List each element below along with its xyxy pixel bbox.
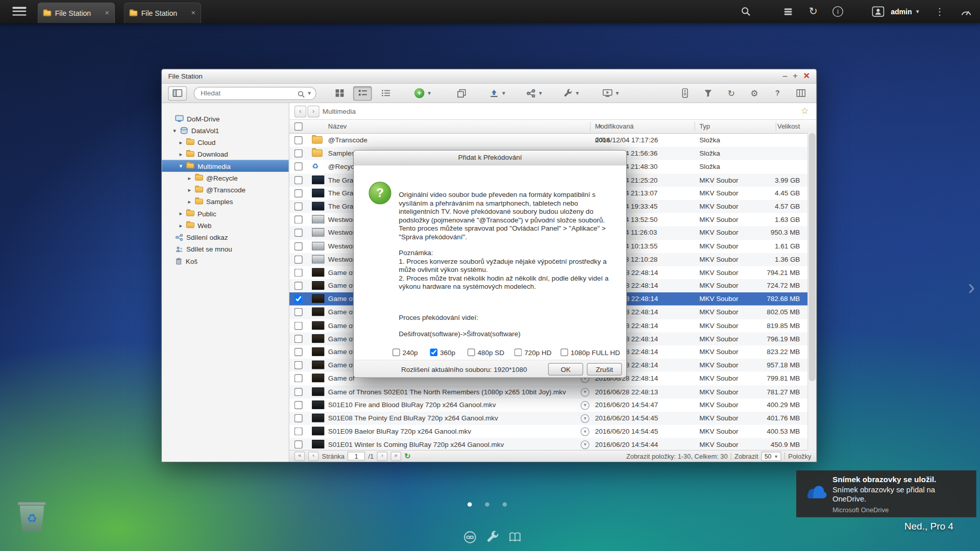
row-checkbox[interactable]: [295, 335, 303, 343]
window-titlebar[interactable]: File Station – + ✕: [162, 69, 816, 84]
row-checkbox[interactable]: [295, 308, 303, 316]
row-checkbox[interactable]: [295, 295, 303, 303]
row-checkbox[interactable]: [295, 176, 303, 184]
view-list-button[interactable]: [353, 86, 372, 100]
resolution-option[interactable]: 720p HD: [514, 348, 552, 356]
page-size-select[interactable]: 50 ▼: [762, 452, 781, 461]
ok-button[interactable]: OK: [548, 363, 583, 375]
remote-control-button[interactable]: [676, 86, 695, 100]
row-checkbox[interactable]: [295, 149, 303, 158]
sidebar-item--recycle[interactable]: ▸@Recycle: [162, 172, 289, 184]
row-checkbox[interactable]: [295, 242, 303, 250]
forward-button[interactable]: ›: [307, 106, 319, 117]
row-checkbox[interactable]: [295, 163, 303, 171]
row-checkbox[interactable]: [295, 189, 303, 197]
media-viewer-button[interactable]: ▼: [600, 86, 622, 100]
row-checkbox[interactable]: [295, 414, 303, 422]
row-checkbox[interactable]: [295, 388, 303, 396]
tree-arrow-icon[interactable]: ▾: [173, 127, 180, 133]
view-thumbnails-button[interactable]: [330, 86, 349, 100]
settings-gear-icon[interactable]: ⚙: [745, 86, 764, 100]
sidebar-item-dom-drive[interactable]: DoM-Drive: [162, 112, 289, 124]
sidebar-item-datavol1[interactable]: ▾DataVol1: [162, 124, 289, 136]
stream-badge-icon[interactable]: ▼: [581, 414, 590, 423]
row-checkbox[interactable]: [295, 321, 303, 330]
tree-arrow-icon[interactable]: ▸: [179, 210, 186, 216]
next-page-button[interactable]: ›: [377, 452, 387, 461]
tree-arrow-icon[interactable]: ▸: [179, 222, 186, 228]
resolution-option[interactable]: 480p SD: [468, 348, 504, 356]
favorite-star-icon[interactable]: ☆: [801, 106, 808, 116]
row-checkbox[interactable]: [295, 401, 303, 409]
share-link-icon[interactable]: [462, 530, 477, 544]
sidebar-item-multimedia[interactable]: ▾Multimedia: [162, 160, 289, 171]
tree-arrow-icon[interactable]: ▸: [188, 187, 195, 193]
topbar-tab[interactable]: File Station✕: [124, 3, 201, 23]
maximize-icon[interactable]: +: [793, 70, 797, 82]
first-page-button[interactable]: «: [295, 452, 305, 461]
file-row[interactable]: @Transcode2016/12/04 17:17:26Složka: [289, 134, 816, 147]
tree-arrow-icon[interactable]: ▸: [188, 198, 195, 205]
refresh-list-icon[interactable]: ↻: [404, 452, 410, 460]
more-menu-icon[interactable]: ⋮: [935, 6, 945, 17]
onedrive-toast[interactable]: Snímek obrazovky se uložil. Snímek obraz…: [796, 470, 976, 517]
sidebar-item-sd-len-odkaz[interactable]: Sdílení odkaz: [162, 231, 289, 243]
page-dot[interactable]: [468, 502, 472, 507]
column-size[interactable]: Velikost: [731, 120, 800, 133]
dialog-title[interactable]: Přidat k Překódování: [354, 151, 626, 165]
tree-arrow-icon[interactable]: ▾: [179, 163, 186, 169]
file-row[interactable]: S01E08 The Pointy End BluRay 720p x264 G…: [289, 412, 816, 425]
copy-move-button[interactable]: [452, 86, 471, 100]
scrollbar[interactable]: [807, 133, 816, 450]
main-menu-icon[interactable]: [12, 7, 26, 16]
cancel-button[interactable]: Zrušit: [587, 363, 622, 375]
tools-button[interactable]: ▼: [561, 86, 581, 100]
sidebar-item-download[interactable]: ▸Download: [162, 148, 289, 160]
recycle-bin[interactable]: ♻: [17, 502, 46, 532]
tab-close-icon[interactable]: ✕: [191, 10, 195, 16]
topbar-tab[interactable]: File Station✕: [37, 3, 115, 23]
resolution-checkbox[interactable]: [514, 348, 522, 356]
row-checkbox[interactable]: [295, 348, 303, 356]
row-checkbox[interactable]: [295, 229, 303, 237]
dashboard-icon[interactable]: [960, 7, 972, 16]
back-button[interactable]: ‹: [295, 106, 306, 117]
search-icon[interactable]: [298, 89, 305, 100]
row-checkbox[interactable]: [295, 216, 303, 224]
tree-arrow-icon[interactable]: ▸: [179, 151, 186, 157]
tab-close-icon[interactable]: ✕: [105, 10, 109, 16]
stream-badge-icon[interactable]: ▼: [581, 428, 590, 436]
row-checkbox[interactable]: [295, 374, 303, 383]
row-checkbox[interactable]: [295, 268, 303, 277]
help-button[interactable]: ?: [768, 86, 787, 100]
view-detail-button[interactable]: [376, 86, 395, 100]
column-name[interactable]: Název: [328, 120, 347, 133]
tree-arrow-icon[interactable]: ▸: [179, 139, 186, 145]
resolution-checkbox[interactable]: [393, 348, 400, 356]
toggle-sidebar-button[interactable]: [168, 86, 187, 100]
prev-page-button[interactable]: ‹: [308, 452, 319, 461]
upload-button[interactable]: ▼: [487, 86, 508, 100]
manual-book-icon[interactable]: [507, 530, 522, 544]
user-menu[interactable]: admin ▼: [891, 8, 920, 15]
page-dot[interactable]: [502, 502, 507, 507]
user-avatar-icon[interactable]: [872, 6, 884, 17]
row-checkbox[interactable]: [295, 136, 303, 144]
last-page-button[interactable]: »: [390, 452, 401, 461]
stream-badge-icon[interactable]: ▼: [581, 388, 590, 396]
row-checkbox[interactable]: [295, 282, 303, 290]
search-icon[interactable]: [741, 6, 751, 17]
file-row[interactable]: S01E09 Baelor BluRay 720p x264 Ganool.mk…: [289, 425, 816, 438]
sidebar-item-ko-[interactable]: Koš: [162, 255, 289, 267]
filter-button[interactable]: [699, 86, 718, 100]
minimize-icon[interactable]: –: [782, 70, 787, 82]
resolution-checkbox[interactable]: [468, 348, 475, 356]
select-all-checkbox[interactable]: [295, 122, 303, 131]
sidebar-item--transcode[interactable]: ▸@Transcode: [162, 184, 289, 195]
row-checkbox[interactable]: [295, 428, 303, 436]
resolution-option[interactable]: 240p: [393, 348, 418, 356]
share-button[interactable]: ▼: [524, 86, 545, 100]
info-icon[interactable]: i: [832, 6, 843, 17]
row-checkbox[interactable]: [295, 361, 303, 369]
chevron-down-icon[interactable]: ▼: [307, 90, 312, 96]
